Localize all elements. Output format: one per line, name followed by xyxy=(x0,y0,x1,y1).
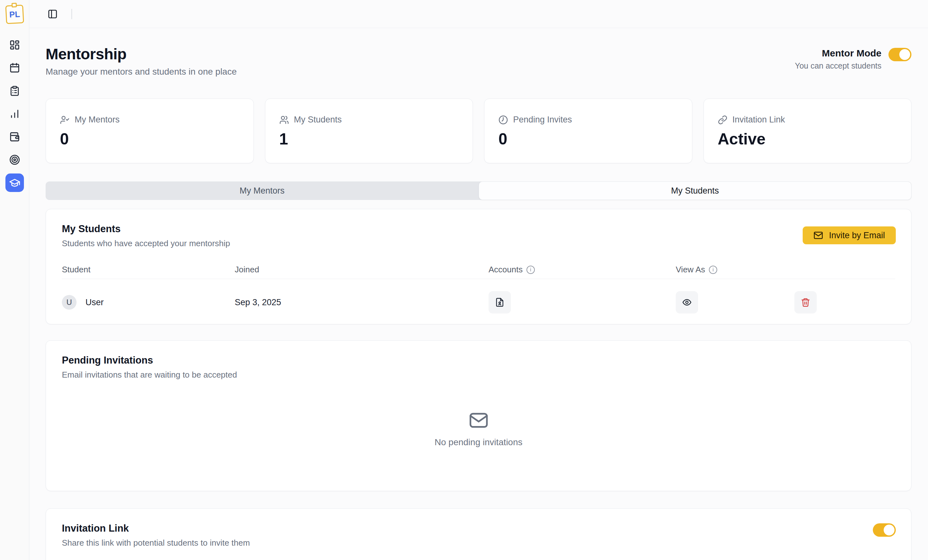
sidebar-item-stats[interactable] xyxy=(9,108,20,119)
pending-empty-state: No pending invitations xyxy=(62,410,895,447)
students-section-subtitle: Students who have accepted your mentorsh… xyxy=(62,238,895,249)
sidebar-item-wallet[interactable] xyxy=(9,131,20,142)
joined-date: Sep 3, 2025 xyxy=(235,298,488,307)
link-icon xyxy=(718,115,727,125)
table-row: U User Sep 3, 2025 xyxy=(62,279,895,326)
view-as-info-icon[interactable]: i xyxy=(709,266,717,274)
invitation-section-subtitle: Share this link with potential students … xyxy=(62,538,895,548)
graduation-cap-icon xyxy=(9,177,20,188)
my-students-section: My Students Students who have accepted y… xyxy=(46,209,911,324)
stat-card-invitation-link: Invitation Link Active xyxy=(704,99,912,163)
pending-section-title: Pending Invitations xyxy=(62,355,895,366)
sidebar-toggle-button[interactable] xyxy=(47,9,58,20)
stat-value: 0 xyxy=(60,130,240,148)
pending-section-subtitle: Email invitations that are waiting to be… xyxy=(62,370,895,380)
column-view-as: View As i xyxy=(676,265,794,275)
accounts-info-icon[interactable]: i xyxy=(527,266,535,274)
stat-label: My Students xyxy=(294,115,342,125)
mentor-mode-toggle[interactable] xyxy=(888,48,911,61)
bar-chart-icon xyxy=(9,108,20,119)
logo-clip-icon xyxy=(11,3,17,8)
mentor-mode-label: Mentor Mode xyxy=(795,48,882,59)
accounts-cell xyxy=(488,291,676,313)
stat-label: Pending Invites xyxy=(513,115,572,125)
column-accounts: Accounts i xyxy=(488,265,676,275)
mentor-mode-description: You can accept students xyxy=(795,61,882,70)
students-section-title: My Students xyxy=(62,223,895,235)
sidebar-item-goals[interactable] xyxy=(9,154,20,165)
invitation-link-toggle[interactable] xyxy=(873,523,896,537)
app-logo[interactable]: PL xyxy=(5,5,24,24)
stat-card-my-mentors: My Mentors 0 xyxy=(46,99,254,163)
view-as-button[interactable] xyxy=(676,291,698,313)
target-icon xyxy=(9,154,20,165)
page-header-text: Mentorship Manage your mentors and stude… xyxy=(46,45,237,77)
invite-by-email-button[interactable]: Invite by Email xyxy=(803,226,896,244)
file-user-icon xyxy=(495,298,505,307)
tab-my-students[interactable]: My Students xyxy=(479,182,912,200)
sidebar: PL xyxy=(0,0,29,560)
sidebar-item-tasks[interactable] xyxy=(9,85,20,96)
page-subtitle: Manage your mentors and students in one … xyxy=(46,67,237,77)
clock-icon xyxy=(498,115,508,125)
stat-label: My Mentors xyxy=(75,115,120,125)
clipboard-list-icon xyxy=(9,85,20,96)
page-header: Mentorship Manage your mentors and stude… xyxy=(46,45,911,77)
calendar-icon xyxy=(9,63,20,73)
column-accounts-label: Accounts xyxy=(488,265,523,275)
column-view-as-label: View As xyxy=(676,265,705,275)
tabbar: My Mentors My Students xyxy=(46,182,911,200)
pending-empty-text: No pending invitations xyxy=(435,437,523,447)
column-student: Student xyxy=(62,265,235,275)
invitation-section-title: Invitation Link xyxy=(62,523,895,534)
topbar-divider xyxy=(72,9,72,19)
toggle-knob xyxy=(884,525,894,536)
main-content: Mentorship Manage your mentors and stude… xyxy=(46,28,911,560)
eye-icon xyxy=(682,298,692,307)
students-table-header: Student Joined Accounts i View As i xyxy=(62,261,895,279)
trash-icon xyxy=(801,298,810,307)
invitation-link-section: Invitation Link Share this link with pot… xyxy=(46,508,911,560)
mail-icon xyxy=(814,230,823,240)
stat-label: Invitation Link xyxy=(733,115,785,125)
student-cell: U User xyxy=(62,295,235,310)
sidebar-nav xyxy=(5,40,24,188)
column-joined: Joined xyxy=(235,265,488,275)
accounts-button[interactable] xyxy=(488,291,511,313)
users-icon xyxy=(279,115,289,125)
stat-card-pending-invites: Pending Invites 0 xyxy=(484,99,692,163)
sidebar-item-mentorship[interactable] xyxy=(5,174,24,192)
stat-value: 0 xyxy=(498,130,678,148)
view-as-cell xyxy=(676,291,794,313)
tab-my-mentors[interactable]: My Mentors xyxy=(46,182,479,200)
user-check-icon xyxy=(60,115,70,125)
invite-by-email-label: Invite by Email xyxy=(829,230,885,240)
stats-row: My Mentors 0 My Students 1 Pending Invit… xyxy=(46,99,911,163)
topbar xyxy=(29,0,928,28)
sidebar-item-dashboard[interactable] xyxy=(9,40,20,50)
toggle-knob xyxy=(899,49,910,60)
pending-invitations-section: Pending Invitations Email invitations th… xyxy=(46,340,911,491)
dashboard-icon xyxy=(9,40,20,50)
actions-cell xyxy=(794,291,895,313)
wallet-icon xyxy=(9,131,20,142)
stat-value: Active xyxy=(718,130,897,148)
stat-card-my-students: My Students 1 xyxy=(265,99,473,163)
sidebar-item-calendar[interactable] xyxy=(9,63,20,73)
logo-text: PL xyxy=(9,9,20,20)
stat-value: 1 xyxy=(279,130,459,148)
page-title: Mentorship xyxy=(46,45,237,63)
panel-left-icon xyxy=(47,9,58,19)
mentor-mode-control: Mentor Mode You can accept students xyxy=(795,48,912,70)
students-table: Student Joined Accounts i View As i U Us… xyxy=(62,261,895,326)
avatar: U xyxy=(62,295,76,310)
mentor-mode-text: Mentor Mode You can accept students xyxy=(795,48,882,70)
delete-student-button[interactable] xyxy=(794,291,817,313)
mail-empty-icon xyxy=(469,410,488,430)
student-name: User xyxy=(85,298,104,307)
